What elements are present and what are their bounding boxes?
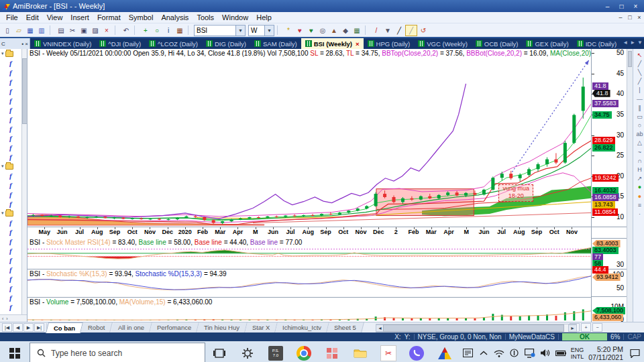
screen-capture-icon[interactable]: ✂	[380, 345, 396, 361]
price-pane[interactable]: BSI - Weekly 05/11/2021 00:00:00 Open 35…	[28, 49, 591, 227]
menu-item-window[interactable]: Window	[218, 13, 252, 21]
draw-tool-icon[interactable]: ▭	[633, 112, 644, 121]
close-button[interactable]: ×	[630, 1, 641, 11]
menu-item-help[interactable]: Help	[252, 13, 276, 21]
draw-tool-icon[interactable]: ╱	[633, 77, 644, 86]
tree-formula-row[interactable]: f	[0, 171, 22, 180]
toolbar-icon[interactable]: ♥	[306, 25, 317, 36]
toolbar-icon[interactable]: ◆	[340, 25, 351, 36]
tab-arrow-icon[interactable]: ◄	[623, 40, 628, 46]
tree-folder-row[interactable]: ▾	[0, 49, 22, 58]
amibroker-taskbar-icon[interactable]	[437, 345, 453, 361]
tree-folder-row[interactable]: ▾	[0, 162, 22, 171]
sheet-tab-all-in-one[interactable]: All in one	[111, 322, 152, 333]
tree-formula-row[interactable]: f	[0, 124, 22, 133]
taskbar-search[interactable]: Type here to search	[30, 343, 205, 362]
doc-tab-dji[interactable]: ^DJI (Daily)	[95, 38, 145, 49]
tree-formula-row[interactable]: f	[0, 284, 22, 293]
notification-center-icon[interactable]	[628, 347, 641, 359]
menu-item-tools[interactable]: Tools	[193, 13, 218, 21]
toolbar-icon[interactable]: ▦	[352, 25, 362, 36]
draw-tool-icon[interactable]: ●	[633, 183, 644, 192]
sidebar-vertical-scrollbar[interactable]	[21, 49, 27, 315]
toolbar-icon[interactable]: ×	[101, 25, 112, 36]
task-view-icon[interactable]	[211, 345, 227, 361]
draw-tool-icon[interactable]: ○	[633, 121, 644, 130]
toolbar-icon[interactable]: ↶	[121, 25, 131, 36]
chevron-up-icon[interactable]	[478, 348, 489, 359]
chevron-down-icon[interactable]: ▼	[264, 25, 274, 36]
toolbar-icon[interactable]: ♥	[294, 25, 305, 36]
toolbar-icon[interactable]: ✂	[67, 25, 78, 36]
pane-scrollbar[interactable]	[627, 49, 633, 322]
tree-formula-row[interactable]: f	[0, 302, 22, 312]
tab-close-icon[interactable]: ×	[356, 40, 360, 48]
menu-item-format[interactable]: Format	[93, 13, 125, 21]
tree-formula-row[interactable]: f	[0, 115, 22, 124]
draw-tool-icon[interactable]: ·	[633, 209, 644, 218]
sheet-nav-icon[interactable]: ▶	[23, 323, 34, 332]
display-icon[interactable]	[525, 348, 535, 359]
toolbar-icon[interactable]: *	[283, 25, 294, 36]
buy-zone-annotation[interactable]: vung mua 18-20	[498, 184, 533, 202]
expander-icon[interactable]: ▾	[1, 51, 4, 56]
draw-tool-icon[interactable]: △	[633, 139, 644, 147]
toolbar-icon[interactable]: ↺	[418, 25, 429, 36]
sheet-tab-co-ban[interactable]: Co ban	[46, 322, 83, 333]
draw-tool-icon[interactable]: —	[633, 95, 644, 103]
charts-panel-header[interactable]: C ▪ ×	[0, 38, 30, 49]
toolbar-icon[interactable]: ▣	[78, 25, 89, 36]
toolbar-icon[interactable]: i	[163, 25, 174, 36]
toolbar-icon[interactable]: ╱	[394, 25, 405, 36]
sheet-tab-tin-hieu-huy[interactable]: Tin hieu Huy	[197, 322, 248, 333]
menu-item-view[interactable]: View	[43, 13, 67, 21]
symbol-combo[interactable]: BSI▼	[194, 25, 246, 36]
toolbar-icon[interactable]: ▥	[36, 25, 47, 36]
rsi-pane[interactable]: BSI - Stock Master RSI(14) = 83.40, Base…	[28, 238, 591, 269]
toolbar-icon[interactable]: ▼	[382, 25, 393, 36]
tree-formula-row[interactable]: f	[0, 77, 22, 86]
remote-grid-icon[interactable]	[324, 345, 340, 361]
toolbar-icon[interactable]: ▦	[25, 25, 36, 36]
speaker-icon[interactable]	[540, 348, 551, 359]
tab-arrow-icon[interactable]: ►	[630, 40, 635, 46]
scroll-right-icon[interactable]: ►	[568, 324, 577, 332]
tree-formula-row[interactable]: f	[0, 96, 22, 105]
expander-icon[interactable]: ▾	[1, 164, 4, 169]
draw-tool-icon[interactable]: ●	[633, 192, 644, 200]
tree-formula-row[interactable]: f	[0, 199, 22, 208]
draw-tool-icon[interactable]: ≡	[633, 200, 644, 209]
viber-icon[interactable]	[409, 345, 425, 361]
menu-item-edit[interactable]: Edit	[22, 13, 43, 21]
sheet-tab-ichimoku-ictv[interactable]: Ichimoku_Ictv	[275, 322, 329, 333]
draw-tool-icon[interactable]: ↗	[633, 174, 644, 183]
toolbar-icon[interactable]: ▦	[174, 25, 185, 36]
tree-formula-row[interactable]: f	[0, 133, 22, 143]
draw-tool-icon[interactable]: |	[633, 86, 644, 95]
tree-formula-row[interactable]: f	[0, 237, 22, 246]
draw-tool-icon[interactable]: H	[633, 165, 644, 174]
doc-tab-sam[interactable]: SAM (Daily)	[250, 38, 301, 49]
sheet-nav-buttons[interactable]: |◀◀▶▶|	[0, 323, 47, 332]
file-explorer-icon[interactable]	[352, 345, 368, 361]
minimize-button[interactable]: ‒	[602, 1, 613, 11]
stochastic-pane[interactable]: BSI - Stochastic %K(15,3) = 93.94, Stoch…	[28, 269, 591, 297]
chrome-icon[interactable]	[296, 345, 312, 361]
doc-tab-dig[interactable]: DIG (Daily)	[202, 38, 250, 49]
tree-formula-row[interactable]: f	[0, 180, 22, 190]
sheet-tab-sheet-5[interactable]: Sheet 5	[327, 322, 364, 333]
mdi-close-icon[interactable]: ×	[635, 14, 644, 21]
toolbar-icon[interactable]: ▨	[90, 25, 101, 36]
tree-formula-row[interactable]: f	[0, 86, 22, 96]
menu-item-analysis[interactable]: Analysis	[157, 13, 193, 21]
toolbar-icon[interactable]: ▲	[329, 25, 339, 36]
doc-tab-gex[interactable]: GEX (Daily)	[522, 38, 572, 49]
start-button[interactable]	[0, 341, 30, 362]
tree-formula-row[interactable]: f	[0, 58, 22, 68]
sidebar-scroll-arrow-icon[interactable]: ›	[6, 316, 7, 321]
expander-icon[interactable]: ▾	[1, 210, 4, 216]
doc-tab-vnindex[interactable]: VNINDEX (Daily)	[30, 38, 95, 49]
connect-icon[interactable]	[509, 348, 520, 359]
doc-tab-idc[interactable]: IDC (Daily)	[573, 38, 621, 49]
volume-pane[interactable]: BSI - Volume = 7,508,100.00, MA(Volume,1…	[28, 297, 591, 323]
